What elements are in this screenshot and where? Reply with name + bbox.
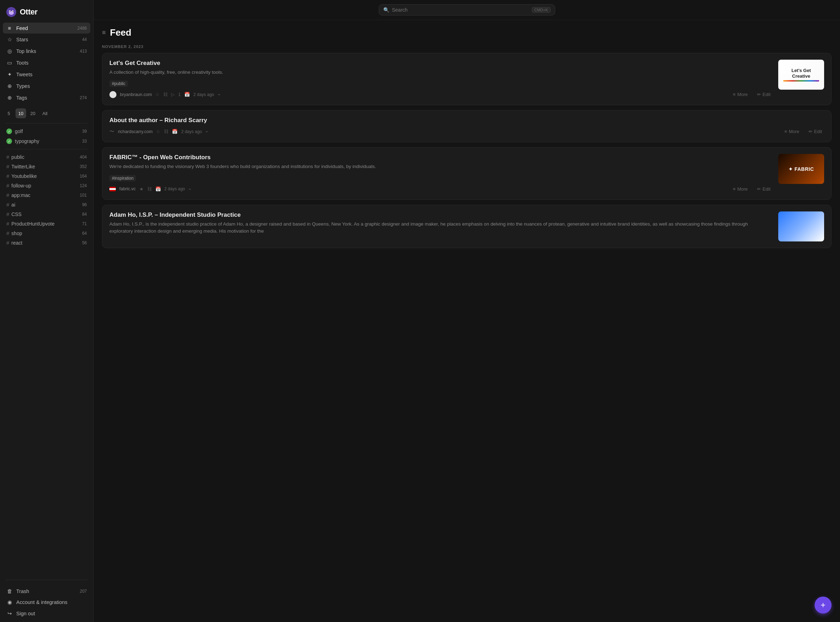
sidebar-item-toplinks[interactable]: ◎ Top links 413 [3, 46, 90, 57]
card1-domain[interactable]: bryanbraun.com [120, 92, 152, 97]
tag-react-label: react [11, 240, 22, 246]
sidebar: Otter ≡ Feed 2486 ☆ Stars 44 ◎ Top links… [0, 0, 94, 622]
card1-star-icon[interactable]: ☆ [155, 92, 160, 97]
sidebar-item-tags[interactable]: ⊕ Tags 274 [3, 92, 90, 104]
card2-rss-icon[interactable]: ⌁ [205, 129, 208, 134]
tag-appmac[interactable]: # app:mac 101 [3, 190, 90, 200]
card1-more-button[interactable]: ≡ More [730, 90, 750, 99]
card1-time: 2 days ago [193, 92, 214, 97]
sidebar-logo[interactable]: Otter [0, 0, 93, 23]
card3-rss-icon[interactable]: ⌁ [189, 186, 191, 192]
card2-title[interactable]: About the author – Richard Scarry [110, 117, 824, 124]
search-bar[interactable]: 🔍 CMD+K [379, 4, 555, 15]
filter-typography[interactable]: ✓ typography 33 [3, 136, 90, 146]
sidebar-item-toots[interactable]: ▭ Toots [3, 57, 90, 69]
toplinks-count: 413 [80, 49, 87, 54]
toots-icon: ▭ [6, 59, 13, 66]
card4-title[interactable]: Adam Ho, I.S.P. – Independent Studio Pra… [110, 212, 773, 218]
card3-more-button[interactable]: ≡ More [730, 185, 750, 193]
feed-count: 2486 [77, 26, 87, 31]
golf-label: golf [15, 128, 23, 134]
tag-producthunt-label: ProductHuntUpvote [11, 221, 54, 227]
page-10-button[interactable]: 10 [15, 108, 26, 118]
tag-react[interactable]: # react 56 [3, 238, 90, 247]
card3-star-icon[interactable]: ★ [139, 186, 144, 192]
date-label: NOVEMBER 2, 2023 [102, 44, 831, 49]
card3-flag-icon [110, 187, 116, 191]
sidebar-item-tweets[interactable]: ✦ Tweets [3, 69, 90, 80]
card3-tag[interactable]: #inspiration [110, 175, 136, 181]
sidebar-divider-3 [6, 579, 88, 580]
card1-tag[interactable]: #public [110, 81, 128, 87]
types-icon: ⊕ [6, 83, 13, 89]
card3-title[interactable]: FABRIC™ - Open Web Contributors [110, 154, 773, 161]
tag-followup[interactable]: # follow-up 124 [3, 181, 90, 190]
main-area: 🔍 CMD+K ≡ Feed NOVEMBER 2, 2023 Let's Ge… [94, 0, 840, 622]
card2-meta: 〜 richardscarry.com ☆ ⛓ 📅 2 days ago ⌁ ≡… [110, 127, 824, 136]
svg-point-4 [9, 11, 10, 12]
tweets-label: Tweets [16, 72, 32, 77]
page-20-button[interactable]: 20 [27, 108, 38, 118]
card2-link-icon[interactable]: ⛓ [164, 129, 168, 134]
card1-thumbnail: Let's GetCreative [778, 59, 824, 90]
sidebar-item-stars[interactable]: ☆ Stars 44 [3, 34, 90, 45]
card1-link-icon[interactable]: ⛓ [163, 92, 167, 97]
card1-share-icon[interactable]: ▷ [171, 92, 175, 97]
card1-title[interactable]: Let's Get Creative [110, 59, 773, 67]
feed-card-1: Let's Get Creative A collection of high-… [102, 53, 831, 105]
page-5-button[interactable]: 5 [3, 108, 14, 118]
sidebar-divider-1 [6, 123, 88, 123]
tags-count: 274 [80, 95, 87, 100]
card2-content: About the author – Richard Scarry 〜 rich… [110, 117, 824, 136]
filter-golf[interactable]: ✓ golf 39 [3, 127, 90, 136]
feed-card-3: FABRIC™ - Open Web Contributors We're de… [102, 147, 831, 200]
tag-public[interactable]: # public 404 [3, 152, 90, 162]
tag-youtubelike[interactable]: # Youtubelike 164 [3, 171, 90, 181]
tag-twitterlike-count: 352 [80, 164, 87, 169]
card2-edit-button[interactable]: ✏ Edit [807, 127, 824, 136]
svg-point-5 [12, 11, 13, 12]
card3-domain[interactable]: fabric.vc [119, 186, 136, 191]
card3-calendar-icon: 📅 [155, 186, 161, 192]
card3-edit-button[interactable]: ✏ Edit [755, 185, 773, 193]
tag-producthunt[interactable]: # ProductHuntUpvote 71 [3, 219, 90, 229]
sidebar-item-signout[interactable]: ↪ Sign out [3, 608, 90, 619]
tag-css[interactable]: # CSS 84 [3, 209, 90, 219]
tag-ai[interactable]: # ai 96 [3, 200, 90, 209]
card2-more-button[interactable]: ≡ More [782, 127, 801, 136]
tag-followup-label: follow-up [11, 183, 31, 189]
toplinks-icon: ◎ [6, 48, 13, 54]
account-icon: ◉ [6, 599, 13, 605]
sidebar-item-types[interactable]: ⊕ Types [3, 81, 90, 92]
sidebar-item-account[interactable]: ◉ Account & integrations [3, 596, 90, 608]
card2-star-icon[interactable]: ☆ [156, 129, 160, 134]
card3-link-icon[interactable]: ⛓ [147, 186, 152, 192]
sidebar-item-trash[interactable]: 🗑 Trash 207 [3, 585, 90, 596]
feed-card-2: About the author – Richard Scarry 〜 rich… [102, 110, 831, 142]
card1-rss-icon[interactable]: ⌁ [218, 92, 221, 97]
tags-icon: ⊕ [6, 95, 13, 101]
feed-icon: ≡ [6, 25, 13, 31]
page-all-button[interactable]: All [40, 108, 50, 118]
page-title: Feed [110, 27, 132, 38]
tag-ai-label: ai [11, 202, 15, 207]
toplinks-label: Top links [16, 48, 36, 54]
search-icon: 🔍 [383, 7, 389, 13]
tag-react-count: 56 [82, 240, 87, 245]
feed-card-4: Adam Ho, I.S.P. – Independent Studio Pra… [102, 205, 831, 248]
tag-twitterlike[interactable]: # TwitterLike 352 [3, 162, 90, 171]
feed-header-icon: ≡ [102, 29, 106, 37]
search-input[interactable] [392, 7, 529, 13]
tag-shop[interactable]: # shop 64 [3, 229, 90, 238]
golf-count: 39 [82, 129, 87, 134]
card2-domain[interactable]: richardscarry.com [118, 129, 152, 134]
golf-check-icon: ✓ [6, 128, 12, 134]
card1-edit-button[interactable]: ✏ Edit [755, 90, 773, 99]
trash-count: 207 [80, 589, 87, 594]
tag-list: # public 404 # TwitterLike 352 # Youtube… [0, 152, 93, 577]
sidebar-item-feed[interactable]: ≡ Feed 2486 [3, 23, 90, 34]
add-button[interactable]: + [814, 596, 831, 613]
sidebar-bottom: 🗑 Trash 207 ◉ Account & integrations ↪ S… [0, 583, 93, 622]
edit-icon-1: ✏ [757, 92, 761, 97]
card3-time: 2 days ago [164, 186, 185, 191]
